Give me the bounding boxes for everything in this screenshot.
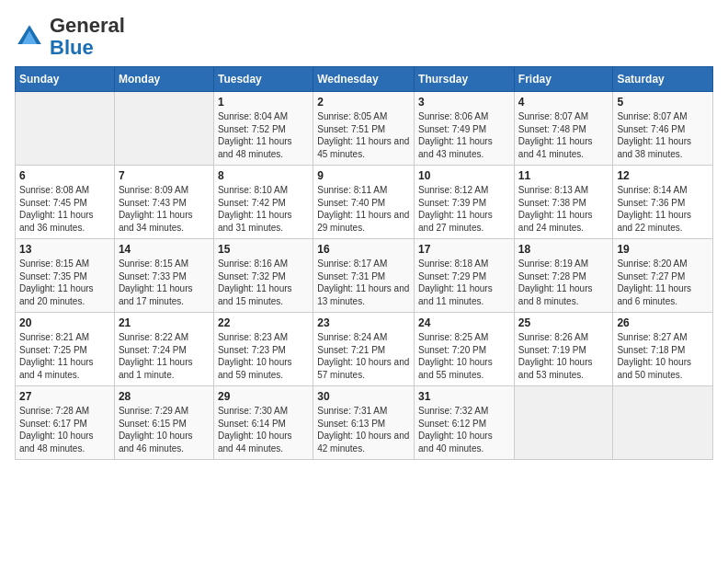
day-info: Sunrise: 8:16 AM Sunset: 7:32 PM Dayligh… [218, 258, 309, 307]
day-number: 25 [518, 316, 609, 329]
calendar-week-row: 13Sunrise: 8:15 AM Sunset: 7:35 PM Dayli… [16, 239, 713, 313]
calendar-cell [114, 92, 213, 166]
day-info: Sunrise: 8:27 AM Sunset: 7:18 PM Dayligh… [617, 331, 709, 381]
calendar-cell: 15Sunrise: 8:16 AM Sunset: 7:32 PM Dayli… [213, 239, 313, 313]
day-number: 1 [218, 96, 309, 109]
calendar-cell: 7Sunrise: 8:09 AM Sunset: 7:43 PM Daylig… [114, 166, 213, 239]
calendar-cell: 16Sunrise: 8:17 AM Sunset: 7:31 PM Dayli… [313, 239, 415, 313]
day-info: Sunrise: 8:04 AM Sunset: 7:52 PM Dayligh… [218, 110, 309, 160]
calendar-cell: 26Sunrise: 8:27 AM Sunset: 7:18 PM Dayli… [613, 313, 713, 386]
day-info: Sunrise: 8:19 AM Sunset: 7:28 PM Dayligh… [518, 258, 609, 307]
day-info: Sunrise: 8:07 AM Sunset: 7:48 PM Dayligh… [518, 110, 609, 160]
calendar-cell: 10Sunrise: 8:12 AM Sunset: 7:39 PM Dayli… [415, 166, 515, 239]
calendar-week-row: 20Sunrise: 8:21 AM Sunset: 7:25 PM Dayli… [16, 313, 713, 386]
day-info: Sunrise: 8:25 AM Sunset: 7:20 PM Dayligh… [418, 331, 510, 381]
day-info: Sunrise: 8:12 AM Sunset: 7:39 PM Dayligh… [418, 184, 510, 234]
day-info: Sunrise: 8:26 AM Sunset: 7:19 PM Dayligh… [518, 331, 609, 381]
calendar-cell: 13Sunrise: 8:15 AM Sunset: 7:35 PM Dayli… [16, 239, 115, 313]
day-number: 31 [418, 390, 510, 403]
calendar-cell: 6Sunrise: 8:08 AM Sunset: 7:45 PM Daylig… [16, 166, 115, 239]
calendar-cell: 21Sunrise: 8:22 AM Sunset: 7:24 PM Dayli… [114, 313, 213, 386]
day-number: 19 [617, 243, 709, 256]
calendar-cell: 20Sunrise: 8:21 AM Sunset: 7:25 PM Dayli… [16, 313, 115, 386]
calendar-cell [16, 92, 115, 166]
day-number: 24 [418, 316, 510, 329]
day-number: 15 [218, 243, 309, 256]
day-info: Sunrise: 8:05 AM Sunset: 7:51 PM Dayligh… [317, 110, 410, 160]
day-info: Sunrise: 8:20 AM Sunset: 7:27 PM Dayligh… [617, 258, 709, 307]
day-number: 8 [218, 169, 309, 182]
day-number: 10 [418, 169, 510, 182]
day-number: 16 [317, 243, 410, 256]
day-number: 4 [518, 96, 609, 109]
weekday-header-row: SundayMondayTuesdayWednesdayThursdayFrid… [16, 67, 713, 92]
calendar-cell: 22Sunrise: 8:23 AM Sunset: 7:23 PM Dayli… [213, 313, 313, 386]
day-number: 21 [119, 316, 210, 329]
weekday-header-monday: Monday [114, 67, 213, 92]
day-info: Sunrise: 8:09 AM Sunset: 7:43 PM Dayligh… [119, 184, 210, 234]
weekday-header-tuesday: Tuesday [213, 67, 313, 92]
day-number: 27 [19, 390, 110, 403]
calendar-cell: 1Sunrise: 8:04 AM Sunset: 7:52 PM Daylig… [213, 92, 313, 166]
day-number: 28 [119, 390, 210, 403]
day-info: Sunrise: 8:18 AM Sunset: 7:29 PM Dayligh… [418, 258, 510, 307]
weekday-header-thursday: Thursday [415, 67, 515, 92]
day-info: Sunrise: 8:17 AM Sunset: 7:31 PM Dayligh… [317, 258, 410, 307]
calendar-cell: 4Sunrise: 8:07 AM Sunset: 7:48 PM Daylig… [514, 92, 613, 166]
day-number: 22 [218, 316, 309, 329]
day-number: 12 [617, 169, 709, 182]
calendar-cell: 17Sunrise: 8:18 AM Sunset: 7:29 PM Dayli… [415, 239, 515, 313]
day-number: 29 [218, 390, 309, 403]
day-number: 9 [317, 169, 410, 182]
calendar-cell: 5Sunrise: 8:07 AM Sunset: 7:46 PM Daylig… [613, 92, 713, 166]
day-info: Sunrise: 7:29 AM Sunset: 6:15 PM Dayligh… [119, 405, 210, 454]
day-number: 18 [518, 243, 609, 256]
calendar-table: SundayMondayTuesdayWednesdayThursdayFrid… [15, 66, 713, 460]
calendar-week-row: 6Sunrise: 8:08 AM Sunset: 7:45 PM Daylig… [16, 166, 713, 239]
logo-text: General Blue [50, 15, 125, 59]
day-info: Sunrise: 8:23 AM Sunset: 7:23 PM Dayligh… [218, 331, 309, 381]
day-number: 3 [418, 96, 510, 109]
day-info: Sunrise: 8:07 AM Sunset: 7:46 PM Dayligh… [617, 110, 709, 160]
logo: General Blue [15, 15, 125, 59]
logo-blue: Blue [50, 36, 94, 59]
calendar-cell: 18Sunrise: 8:19 AM Sunset: 7:28 PM Dayli… [514, 239, 613, 313]
calendar-cell: 28Sunrise: 7:29 AM Sunset: 6:15 PM Dayli… [114, 386, 213, 460]
calendar-cell: 11Sunrise: 8:13 AM Sunset: 7:38 PM Dayli… [514, 166, 613, 239]
calendar-cell: 24Sunrise: 8:25 AM Sunset: 7:20 PM Dayli… [415, 313, 515, 386]
calendar-cell [514, 386, 613, 460]
day-info: Sunrise: 7:32 AM Sunset: 6:12 PM Dayligh… [418, 405, 510, 454]
day-info: Sunrise: 8:11 AM Sunset: 7:40 PM Dayligh… [317, 184, 410, 234]
day-number: 23 [317, 316, 410, 329]
calendar-cell: 9Sunrise: 8:11 AM Sunset: 7:40 PM Daylig… [313, 166, 415, 239]
day-info: Sunrise: 7:30 AM Sunset: 6:14 PM Dayligh… [218, 405, 309, 454]
day-number: 30 [317, 390, 410, 403]
day-info: Sunrise: 7:31 AM Sunset: 6:13 PM Dayligh… [317, 405, 410, 454]
page-header: General Blue [15, 15, 713, 59]
calendar-cell: 19Sunrise: 8:20 AM Sunset: 7:27 PM Dayli… [613, 239, 713, 313]
calendar-cell: 31Sunrise: 7:32 AM Sunset: 6:12 PM Dayli… [415, 386, 515, 460]
day-number: 7 [119, 169, 210, 182]
day-number: 2 [317, 96, 410, 109]
calendar-cell: 14Sunrise: 8:15 AM Sunset: 7:33 PM Dayli… [114, 239, 213, 313]
day-info: Sunrise: 8:24 AM Sunset: 7:21 PM Dayligh… [317, 331, 410, 381]
day-number: 5 [617, 96, 709, 109]
day-number: 6 [19, 169, 110, 182]
day-info: Sunrise: 7:28 AM Sunset: 6:17 PM Dayligh… [19, 405, 110, 454]
logo-general: General [50, 14, 125, 37]
day-info: Sunrise: 8:14 AM Sunset: 7:36 PM Dayligh… [617, 184, 709, 234]
weekday-header-friday: Friday [514, 67, 613, 92]
day-info: Sunrise: 8:21 AM Sunset: 7:25 PM Dayligh… [19, 331, 110, 381]
calendar-cell: 27Sunrise: 7:28 AM Sunset: 6:17 PM Dayli… [16, 386, 115, 460]
calendar-cell: 8Sunrise: 8:10 AM Sunset: 7:42 PM Daylig… [213, 166, 313, 239]
calendar-cell: 29Sunrise: 7:30 AM Sunset: 6:14 PM Dayli… [213, 386, 313, 460]
day-number: 20 [19, 316, 110, 329]
weekday-header-wednesday: Wednesday [313, 67, 415, 92]
day-number: 11 [518, 169, 609, 182]
calendar-cell: 25Sunrise: 8:26 AM Sunset: 7:19 PM Dayli… [514, 313, 613, 386]
day-info: Sunrise: 8:06 AM Sunset: 7:49 PM Dayligh… [418, 110, 510, 160]
day-number: 26 [617, 316, 709, 329]
day-info: Sunrise: 8:13 AM Sunset: 7:38 PM Dayligh… [518, 184, 609, 234]
calendar-week-row: 27Sunrise: 7:28 AM Sunset: 6:17 PM Dayli… [16, 386, 713, 460]
calendar-cell: 3Sunrise: 8:06 AM Sunset: 7:49 PM Daylig… [415, 92, 515, 166]
